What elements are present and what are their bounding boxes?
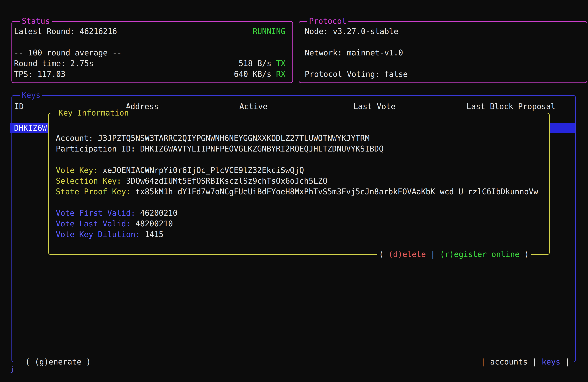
generate-hint[interactable]: ( (g)enerate ) [23,357,93,367]
account-value: J3JPZTQ5NSW3TARRC2QIYPGNWNH6NEYGGNXXKODL… [98,134,370,143]
rx-label: RX [276,70,285,79]
protocol-panel-title: Protocol [307,16,348,26]
nav-pipe: | [560,357,570,366]
column-header-last-vote: Last Vote [353,101,396,112]
terminal-screen: Status Latest Round: 46216216 RUNNING --… [0,0,588,382]
column-header-last-block-proposal: Last Block Proposal [466,101,556,112]
tps-text: TPS: 117.03 [14,69,65,80]
participation-id-label: Participation ID: [56,144,140,153]
vote-last-valid-label: Vote Last Valid: [56,219,135,228]
vote-first-valid-label: Vote First Valid: [56,209,140,217]
vote-key-dilution-line: Vote Key Dilution: 1415 [56,229,543,240]
tab-keys[interactable]: keys [542,357,560,366]
rx-rate-text: 640 KB/s RX [234,69,285,80]
vote-last-valid-value: 48200210 [135,219,173,228]
tx-label: TX [276,59,285,68]
state-proof-key-label: State Proof Key: [56,187,135,196]
keys-panel-title: Keys [20,90,42,100]
vote-key-value: xeJ0ENIACWNrpYi0r6IjOc_PlcVCE9lZ32EkciSw… [103,166,304,175]
node-state-badge: RUNNING [252,26,285,37]
stray-char: j [10,365,14,373]
node-version-text: Node: v3.27.0-stable [305,26,399,37]
vote-last-valid-line: Vote Last Valid: 48200210 [56,218,543,229]
protocol-voting-text: Protocol Voting: false [305,69,408,80]
status-panel: Status Latest Round: 46216216 RUNNING --… [11,21,293,83]
latest-round-text: Latest Round: 46216216 [14,26,117,37]
nav-tabs: | accounts | keys | [478,357,572,367]
state-proof-key-value: tx85kM1h-dY1Fd7w7oNCgFUeUiBdFYoeH8MxPhTv… [135,187,538,196]
vote-key-line: Vote Key: xeJ0ENIACWNrpYi0r6IjOc_PlcVCE9… [56,165,543,176]
key-info-title: Key Information [57,108,131,118]
selected-key-id: DHKIZ6W [14,124,47,132]
tx-rate-text: 518 B/s TX [239,58,285,69]
state-proof-key-line: State Proof Key: tx85kM1h-dY1Fd7w7oNCgFU… [56,186,543,197]
key-info-panel: Key Information Account: J3JPZTQ5NSW3TAR… [48,113,550,255]
vote-key-dilution-label: Vote Key Dilution: [56,230,145,239]
vote-first-valid-value: 46200210 [140,209,178,217]
selection-key-value: 3DQw64zdIUMt5EfOSRBIKsczlSz9chTsOx6oJch5… [126,176,327,185]
round-average-header: -- 100 round average -- [14,47,122,58]
participation-id-value: DHKIZ6WAVTYLIIPNFPEOVGLKZGNBYRI2RQEQJHLT… [140,144,383,153]
keys-panel: Keys ID Address Active Last Vote Last Bl… [11,95,576,362]
tab-accounts[interactable]: accounts [490,357,528,366]
account-label: Account: [56,134,98,143]
selection-key-line: Selection Key: 3DQw64zdIUMt5EfOSRBIKsczl… [56,176,543,186]
register-online-hint[interactable]: (r)egister online [440,250,519,259]
round-time-text: Round time: 2.75s [14,58,94,69]
protocol-panel: Protocol Node: v3.27.0-stable Network: m… [299,21,587,83]
vote-key-label: Vote Key: [56,166,103,175]
nav-pipe: | [527,357,542,366]
selection-key-label: Selection Key: [56,176,126,185]
nav-pipe: | [481,357,490,366]
delete-hint[interactable]: (d)elete [388,250,426,259]
column-header-active: Active [239,101,268,112]
network-text: Network: mainnet-v1.0 [305,47,403,58]
vote-key-dilution-value: 1415 [145,230,164,239]
account-line: Account: J3JPZTQ5NSW3TARRC2QIYPGNWNH6NEY… [56,133,543,144]
column-header-address: Address [126,101,159,112]
key-actions-hint: ( (d)elete | (r)egister online ) [377,249,531,260]
column-header-id: ID [14,101,24,112]
status-panel-title: Status [20,16,52,26]
participation-id-line: Participation ID: DHKIZ6WAVTYLIIPNFPEOVG… [56,144,543,154]
vote-first-valid-line: Vote First Valid: 46200210 [56,208,543,218]
